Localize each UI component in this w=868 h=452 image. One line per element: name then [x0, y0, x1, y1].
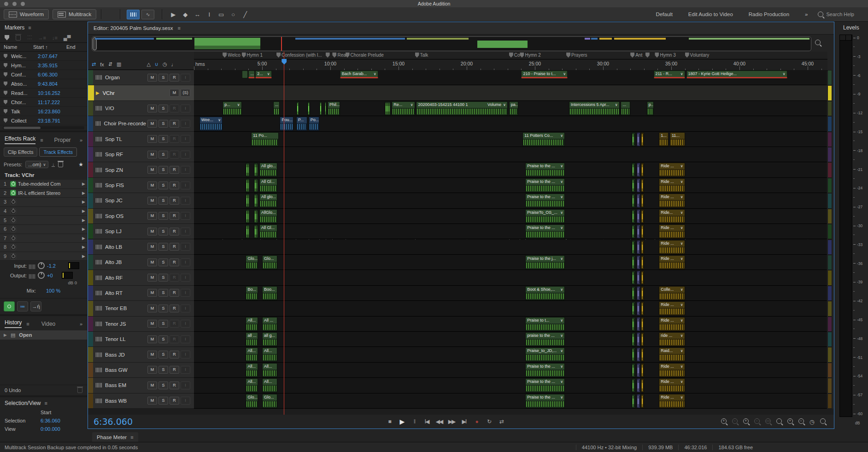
track-control-sop-tl[interactable]: Sop TLMSRI	[88, 132, 194, 147]
scrollbar-track-segment[interactable]	[828, 147, 832, 162]
audio-clip[interactable]: Ride ...∨	[659, 194, 685, 208]
tab-video[interactable]: Video	[41, 321, 55, 327]
track-lane[interactable]: All Gl...Praise to the ...∨Ride ...∨	[194, 178, 827, 193]
monitor-input-button[interactable]: I	[181, 105, 190, 112]
solo-button[interactable]: S	[158, 351, 168, 358]
zoom-navigation-strip[interactable]	[88, 409, 834, 415]
clip-menu-icon[interactable]: ∨	[560, 287, 563, 293]
monitor-input-button[interactable]: I	[181, 258, 190, 266]
audio-clip[interactable]	[641, 163, 644, 177]
audio-clip[interactable]: All Gl...	[259, 224, 277, 239]
scrollbar-track-segment[interactable]	[828, 270, 832, 285]
audio-clip[interactable]: Ride ...∨	[659, 363, 685, 377]
scrollbar-track-segment[interactable]	[828, 194, 832, 208]
audio-clip[interactable]	[242, 70, 248, 78]
rack-list-button[interactable]: ≔	[17, 301, 28, 311]
track-control-tenor-eb[interactable]: Tenor EBMSRI	[88, 301, 194, 316]
session-marker-flag[interactable]	[276, 53, 281, 58]
delete-marker-icon[interactable]	[16, 35, 21, 41]
effect-expand-icon[interactable]: ▶	[82, 245, 85, 249]
audio-clip[interactable]: 1807 - Kyrie Gott Heilige...∨	[686, 70, 787, 78]
record-arm-button[interactable]: R	[170, 228, 179, 235]
monitor-input-button[interactable]: I	[181, 135, 190, 143]
clip-menu-icon[interactable]: ∨	[680, 333, 683, 339]
audio-clip[interactable]	[637, 270, 640, 285]
effect-slot[interactable]: 9▶	[0, 252, 87, 261]
track-name[interactable]: Sop JC	[105, 198, 123, 203]
effect-power-icon[interactable]	[10, 226, 16, 232]
skip-selection-button[interactable]: ⇄	[497, 418, 505, 425]
zoom-in-button[interactable]: +	[721, 418, 727, 425]
effect-power-icon[interactable]	[10, 190, 16, 196]
audio-clip[interactable]	[641, 317, 644, 331]
audio-clip[interactable]	[632, 332, 635, 346]
effect-expand-icon[interactable]: ▶	[82, 236, 85, 241]
track-lane[interactable]: Glo...Glo...Praise to the j...∨Ride ...∨	[194, 255, 827, 270]
playhead-line[interactable]	[284, 52, 284, 415]
mute-button[interactable]: M	[170, 89, 179, 97]
scrollbar-track-segment[interactable]	[828, 101, 832, 116]
effect-power-icon[interactable]	[10, 181, 16, 187]
export-markers-icon[interactable]: ↓≡	[52, 35, 58, 41]
track-control-v-o[interactable]: V/OMSRI	[88, 101, 194, 116]
audio-clip[interactable]	[632, 163, 635, 177]
scrollbar-track-segment[interactable]	[828, 301, 832, 316]
record-arm-button[interactable]: R	[170, 182, 179, 189]
marker-row[interactable]: Abso...9:43.804	[0, 79, 87, 88]
metronome-icon[interactable]: ♩	[171, 62, 176, 67]
track-name[interactable]: Alto RT	[105, 290, 123, 296]
zoom-last-button[interactable]	[820, 418, 826, 425]
audio-clip[interactable]: Glo...	[246, 394, 258, 408]
track-name[interactable]: V/O	[105, 106, 114, 111]
clip-menu-icon[interactable]: ∨	[411, 102, 413, 108]
track-name[interactable]: Bass JD	[105, 352, 125, 358]
audio-clip[interactable]: Praise to the ...∨	[525, 163, 565, 177]
track-name[interactable]: Tenor JS	[105, 321, 126, 327]
marquee-selection-tool[interactable]: ▭	[216, 9, 227, 19]
audio-clip[interactable]: Praise_to_JD,...∨	[525, 347, 565, 362]
zoom-out-button[interactable]: −	[732, 418, 738, 425]
zoom-selection-out-button[interactable]: −	[798, 418, 804, 425]
record-arm-button[interactable]: R	[170, 120, 179, 128]
audio-clip[interactable]	[637, 286, 640, 300]
track-control-bass-wb[interactable]: Bass WBMSRI	[88, 393, 194, 409]
presets-dropdown[interactable]: ...om)∨	[25, 161, 48, 168]
audio-clip[interactable]: All glo...	[259, 163, 277, 177]
audio-clip[interactable]	[641, 178, 644, 193]
monitor-input-button[interactable]: I	[181, 197, 190, 205]
monitor-input-button[interactable]: I	[181, 166, 190, 174]
session-marker-flag[interactable]	[326, 53, 330, 58]
record-arm-button[interactable]: R	[170, 212, 179, 220]
audio-clip[interactable]	[641, 347, 644, 362]
audio-clip[interactable]	[632, 224, 635, 239]
history-overflow-icon[interactable]: »	[80, 321, 82, 327]
clip-menu-icon[interactable]: ∨	[615, 102, 618, 108]
audio-clip[interactable]: ...	[248, 70, 254, 78]
session-marker-flag[interactable]	[520, 53, 524, 58]
track-control-alto-rf[interactable]: Alto RFMSRI	[88, 270, 194, 285]
audio-clip[interactable]: Boot & Shoe,...∨	[525, 286, 565, 300]
audio-clip[interactable]	[641, 194, 644, 208]
track-lane[interactable]: AllGlo...PraiseTo_OS_...∨Ride...∨	[194, 209, 827, 224]
audio-clip[interactable]	[637, 194, 640, 208]
audio-clip[interactable]	[641, 394, 644, 408]
auto-crossfade-icon[interactable]: △	[147, 61, 150, 67]
delete-preset-icon[interactable]	[58, 162, 63, 167]
audio-clip[interactable]	[632, 286, 635, 300]
solo-button[interactable]: S	[158, 120, 168, 128]
audio-clip[interactable]	[637, 332, 640, 346]
audio-clip[interactable]	[246, 163, 250, 177]
track-color-scrollbar[interactable]	[827, 70, 832, 409]
spectral-frequency-toggle[interactable]: ∿	[141, 10, 154, 19]
audio-clip[interactable]	[307, 101, 311, 116]
audio-clip[interactable]: ...	[621, 101, 630, 116]
track-lane[interactable]: All...All...Praise to the ...∨Ride ...∨	[194, 378, 827, 393]
record-arm-button[interactable]: R	[170, 258, 179, 266]
audio-clip[interactable]: all ...	[246, 332, 258, 346]
solo-button[interactable]: S	[158, 258, 168, 266]
audio-clip[interactable]: 210 - Praise to t...∨	[521, 70, 568, 78]
track-name[interactable]: Alto LB	[105, 244, 122, 250]
track-control-sop-lj[interactable]: Sop LJMSRI	[88, 224, 194, 239]
move-tool[interactable]: ▶	[168, 9, 179, 19]
batch-ranges-icon[interactable]: ⁚⁚⁚	[27, 35, 32, 41]
